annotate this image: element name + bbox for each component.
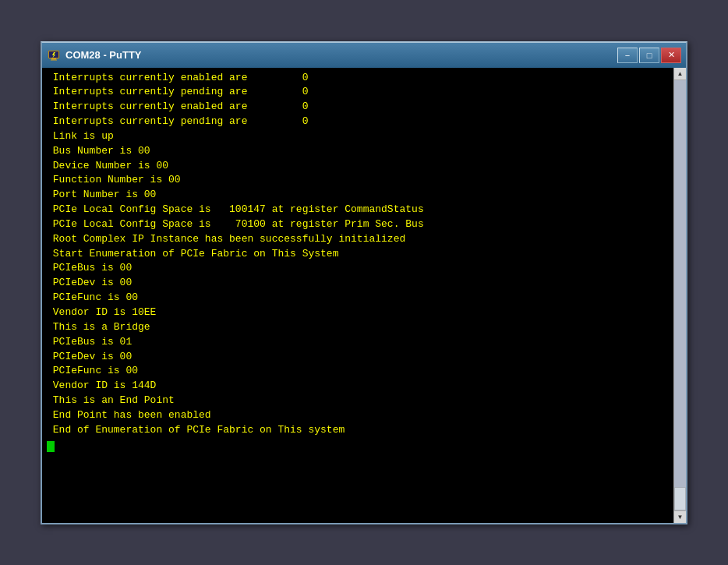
terminal-wrapper: Interrupts currently enabled are 0 Inter… [42,68,686,523]
close-button[interactable]: ✕ [661,48,681,63]
putty-icon [47,48,61,62]
scrollbar-thumb[interactable] [674,487,686,510]
svg-rect-3 [51,59,57,60]
terminal-cursor [47,441,55,452]
minimize-button[interactable]: − [617,48,638,63]
window-title: COM28 - PuTTY [65,49,617,61]
maximize-button[interactable]: □ [639,48,659,63]
scroll-up-button[interactable]: ▲ [674,68,686,80]
titlebar: COM28 - PuTTY − □ ✕ [42,43,686,68]
window-controls: − □ ✕ [617,48,681,63]
terminal-output[interactable]: Interrupts currently enabled are 0 Inter… [42,68,673,523]
scrollbar[interactable]: ▲ ▼ [673,68,686,523]
putty-window: COM28 - PuTTY − □ ✕ Interrupts currently… [41,41,687,524]
svg-rect-2 [51,58,56,60]
scroll-down-button[interactable]: ▼ [674,510,686,523]
scrollbar-track[interactable] [674,80,686,510]
